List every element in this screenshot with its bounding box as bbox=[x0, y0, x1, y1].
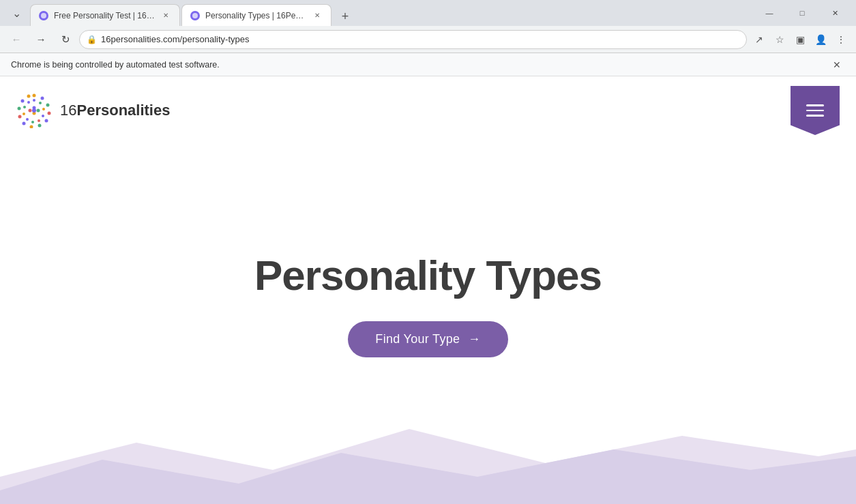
logo-brand: Personalities bbox=[76, 102, 170, 119]
tab2-label: Personality Types | 16Personalitie... bbox=[205, 11, 306, 20]
svg-point-15 bbox=[39, 102, 42, 104]
arrow-right-icon: → bbox=[468, 332, 480, 346]
tab-strip: Free Personality Test | 16Persona... ✕ P… bbox=[30, 0, 751, 26]
mountain-decoration bbox=[0, 415, 856, 504]
logo-text: 16Personalities bbox=[60, 102, 170, 119]
svg-point-5 bbox=[48, 112, 51, 115]
tab1-favicon bbox=[39, 11, 48, 20]
maximize-button[interactable]: □ bbox=[786, 2, 818, 24]
address-bar[interactable]: 🔒 16personalities.com/personality-types bbox=[79, 30, 747, 49]
svg-point-28 bbox=[32, 108, 36, 113]
profile-button[interactable]: 👤 bbox=[811, 30, 830, 49]
svg-point-18 bbox=[38, 119, 40, 122]
logo-number: 16 bbox=[60, 102, 76, 119]
svg-point-6 bbox=[45, 119, 48, 123]
svg-point-4 bbox=[46, 104, 50, 107]
toolbar-actions: ↗ ☆ ▣ 👤 ⋮ bbox=[750, 30, 851, 49]
svg-point-12 bbox=[21, 100, 25, 103]
back-button[interactable]: ← bbox=[5, 29, 27, 50]
svg-point-11 bbox=[18, 107, 21, 110]
svg-point-23 bbox=[27, 101, 30, 104]
bookmark-button[interactable]: ☆ bbox=[770, 30, 789, 49]
svg-point-16 bbox=[42, 108, 45, 110]
menu-line-1 bbox=[806, 104, 824, 106]
address-text: 16personalities.com/personality-types bbox=[101, 34, 739, 44]
browser-toolbar: ← → ↻ 🔒 16personalities.com/personality-… bbox=[0, 26, 856, 53]
tab-personality-types[interactable]: Personality Types | 16Personalitie... ✕ bbox=[181, 4, 331, 26]
lock-icon: 🔒 bbox=[87, 35, 97, 44]
close-button[interactable]: ✕ bbox=[819, 2, 851, 24]
svg-point-7 bbox=[38, 124, 42, 128]
page-content: 16Personalities Personality Types Find Y… bbox=[0, 76, 856, 504]
svg-point-25 bbox=[37, 109, 40, 113]
find-type-label: Find Your Type bbox=[375, 332, 460, 346]
svg-point-3 bbox=[41, 97, 44, 100]
share-button[interactable]: ↗ bbox=[750, 30, 769, 49]
svg-point-19 bbox=[31, 121, 34, 123]
svg-point-10 bbox=[18, 115, 22, 119]
info-bar-close[interactable]: ✕ bbox=[829, 57, 845, 73]
more-button[interactable]: ⋮ bbox=[831, 30, 851, 49]
site-header: 16Personalities bbox=[0, 76, 856, 145]
browser-frame: ⌄ Free Personality Test | 16Persona... ✕… bbox=[0, 0, 856, 504]
info-bar-message: Chrome is being controlled by automated … bbox=[11, 60, 220, 70]
svg-point-20 bbox=[26, 118, 29, 121]
forward-button[interactable]: → bbox=[30, 29, 52, 50]
menu-line-3 bbox=[806, 115, 824, 117]
svg-point-2 bbox=[33, 94, 36, 98]
menu-button[interactable] bbox=[791, 86, 840, 135]
menu-line-2 bbox=[806, 110, 824, 112]
new-tab-button[interactable]: + bbox=[336, 7, 355, 26]
svg-point-8 bbox=[30, 125, 33, 129]
svg-point-17 bbox=[42, 115, 44, 117]
page-title: Personality Types bbox=[254, 251, 602, 299]
tab2-favicon bbox=[190, 11, 200, 20]
window-controls: — □ ✕ bbox=[754, 2, 851, 24]
hero-section: Personality Types Find Your Type → bbox=[0, 145, 856, 504]
extension-button[interactable]: ▣ bbox=[791, 30, 810, 49]
svg-point-13 bbox=[27, 95, 31, 98]
tab1-label: Free Personality Test | 16Persona... bbox=[54, 11, 155, 20]
svg-point-9 bbox=[23, 122, 26, 125]
svg-point-14 bbox=[33, 99, 35, 102]
tab1-close[interactable]: ✕ bbox=[160, 10, 171, 21]
info-bar: Chrome is being controlled by automated … bbox=[0, 53, 856, 76]
tab-list-chevron[interactable]: ⌄ bbox=[5, 2, 27, 24]
tab-free-personality-test[interactable]: Free Personality Test | 16Persona... ✕ bbox=[30, 4, 180, 26]
title-bar: ⌄ Free Personality Test | 16Persona... ✕… bbox=[0, 0, 856, 26]
tab2-close[interactable]: ✕ bbox=[312, 10, 323, 21]
logo-icon bbox=[16, 93, 52, 128]
svg-point-0 bbox=[41, 13, 46, 18]
reload-button[interactable]: ↻ bbox=[55, 29, 76, 50]
logo-area[interactable]: 16Personalities bbox=[16, 93, 170, 128]
svg-point-27 bbox=[29, 109, 32, 113]
find-your-type-button[interactable]: Find Your Type → bbox=[348, 321, 507, 357]
svg-point-21 bbox=[23, 113, 25, 115]
minimize-button[interactable]: — bbox=[754, 2, 785, 24]
svg-point-1 bbox=[192, 13, 198, 18]
svg-point-22 bbox=[23, 106, 26, 108]
